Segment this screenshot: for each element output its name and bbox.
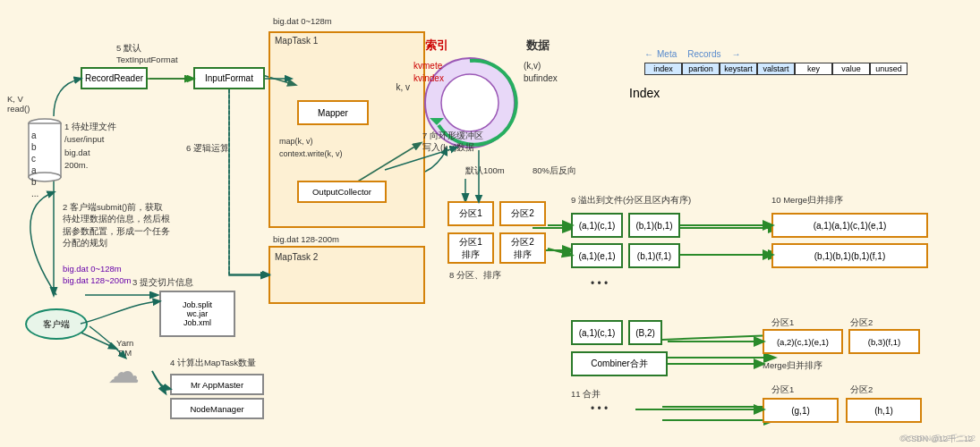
records-arrow-right: → — [731, 49, 740, 59]
dots2: • • • — [591, 402, 608, 415]
unused-col: unused — [870, 63, 908, 75]
default100m-label: 默认100m — [465, 165, 505, 177]
nodemanager-box: NodeManager — [170, 398, 264, 419]
step6-label: 6 逻辑运算 — [186, 143, 229, 155]
partition2-label3: 分区2 — [850, 317, 873, 329]
final1-box: (g,1) — [763, 398, 839, 423]
bigdat2-range-label: big.dat 128-200m — [273, 234, 339, 244]
inputformat-box: InputFormat — [193, 67, 265, 89]
outputcollector-box: OutputCollector — [297, 181, 387, 203]
records-label: Records — [687, 49, 720, 59]
kvmete-label: kvmete — [413, 61, 442, 71]
key-col: key — [795, 63, 832, 75]
meta-table: index partion keystart valstart key valu… — [644, 63, 908, 75]
merge2-box: (b,1)(b,1)(b,1)(f,1) — [771, 243, 928, 268]
kv-data-label: (k,v) — [524, 61, 541, 71]
comb2-box: (B,2) — [628, 320, 662, 345]
maptask1-label: MapTask 1 — [275, 36, 318, 46]
svg-line-12 — [662, 335, 774, 340]
combiner-box: Combiner合并 — [571, 351, 668, 376]
file-label: 1 待处理文件/user/inputbig.dat200m. — [64, 121, 116, 172]
kv-label-in: k, v — [396, 82, 410, 92]
valstart-col: valstart — [757, 63, 795, 75]
result2-box: (b,1)(b,1) — [628, 213, 680, 238]
step9-label: 9 溢出到文件(分区且区内有序) — [571, 195, 691, 207]
appmaster-box: Mr AppMaster — [170, 374, 264, 395]
meta-label: Meta — [657, 49, 677, 59]
step2-label: 2 客户端submit()前，获取待处理数据的信息，然后根据参数配置，形成一个任… — [63, 201, 201, 249]
meta-records-area: ← Meta Records → index partion keystart … — [644, 49, 740, 63]
data-label: 数据 — [526, 38, 550, 54]
final2-box: (h,1) — [846, 398, 922, 423]
maptask2-container: MapTask 2 — [268, 246, 425, 304]
percent80-label: 80%后反向 — [533, 165, 576, 177]
cloud-icon: ☁ — [107, 353, 140, 391]
partition2-sort-box: 分区2排序 — [499, 232, 546, 264]
maptask1-container: MapTask 1 k, v Mapper map(k, v)context.w… — [268, 31, 425, 228]
partition1-label4: 分区1 — [771, 384, 794, 396]
mapper-box: Mapper — [297, 100, 369, 125]
meta-arrow-left: ← — [644, 49, 653, 59]
job-split-box: Job.splitwc.jarJob.xml — [159, 291, 235, 337]
index-detection-label: Index — [629, 86, 660, 100]
comb1-box: (a,1)(c,1) — [571, 320, 623, 345]
step7-label: 7 向环形缓冲区写入(k,v)数据 — [422, 130, 483, 154]
partition1-box: 分区1 — [447, 201, 494, 226]
client-oval: 客户端 — [25, 308, 88, 340]
step8-label: 8 分区、排序 — [449, 270, 501, 282]
suoyin-label: 索引 — [425, 38, 448, 54]
result3-box: (a,1)(e,1) — [571, 243, 623, 268]
merge-sort2-label: Merge归并排序 — [763, 360, 822, 372]
partition1-sort-box: 分区1排序 — [447, 232, 494, 264]
keystart-col: keystart — [720, 63, 757, 75]
file-cylinder: abcab... — [27, 116, 63, 190]
dots1: • • • — [591, 277, 608, 290]
file-content: abcab... — [31, 130, 38, 199]
value-col: value — [832, 63, 870, 75]
bigdat2-link[interactable]: big.dat 128~200m — [63, 275, 131, 285]
step5-label: 5 默认TextInputFormat — [116, 43, 178, 64]
step10-label: 10 Merge归并排序 — [771, 195, 843, 207]
step3-label: 3 提交切片信息 — [132, 277, 193, 289]
merge1-box: (a,1)(a,1)(c,1)(e,1) — [771, 213, 928, 238]
map-code: map(k, v)context.write(k, v) — [279, 136, 343, 160]
recordreader-box: RecordReader — [81, 67, 148, 89]
watermark-text: ©CSDN @12千二12 — [902, 433, 976, 444]
index-col: index — [644, 63, 682, 75]
partion-col: partion — [682, 63, 720, 75]
kvindex-label: kvindex — [413, 73, 444, 83]
partition2-label4: 分区2 — [850, 384, 873, 396]
svg-point-20 — [441, 74, 499, 131]
step11-label: 11 合并 — [571, 389, 601, 401]
bigdat-range-label: big.dat 0~128m — [273, 16, 332, 26]
kv-read-label: K, Vread() — [7, 94, 30, 114]
result4-box: (b,1)(f,1) — [628, 243, 680, 268]
svg-line-10 — [152, 371, 166, 393]
svg-line-28 — [548, 249, 571, 255]
bufindex-label: bufindex — [524, 73, 558, 83]
combiner-merge1-box: (a,2)(c,1)(e,1) — [763, 329, 843, 354]
combiner-merge2-box: (b,3)(f,1) — [848, 329, 920, 354]
step4-label: 4 计算出MapTask数量 — [170, 358, 256, 369]
partition1-label3: 分区1 — [771, 317, 794, 329]
result1-box: (a,1)(c,1) — [571, 213, 623, 238]
bigdat1-link[interactable]: big.dat 0~128m — [63, 264, 122, 274]
maptask2-label: MapTask 2 — [275, 252, 318, 262]
partition2-box: 分区2 — [499, 201, 546, 226]
